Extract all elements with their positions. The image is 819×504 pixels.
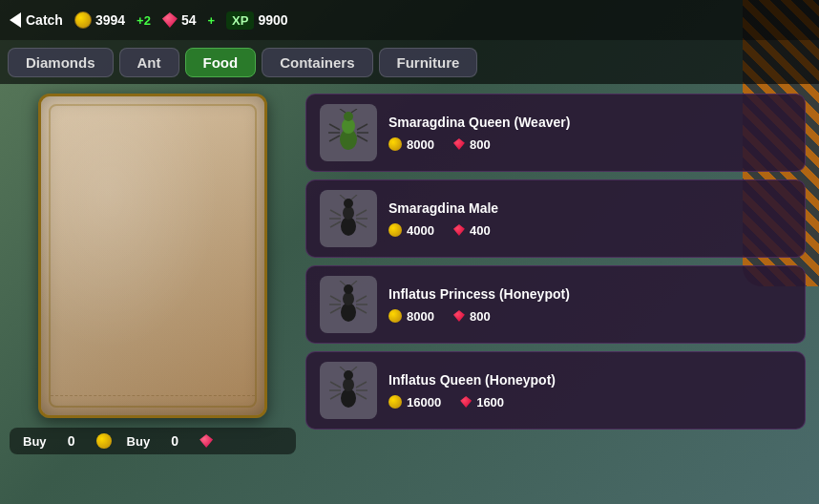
buy-label-1: Buy: [23, 434, 47, 449]
coins-display: 3994: [74, 11, 125, 29]
buy-value-1: 0: [62, 433, 81, 449]
svg-line-27: [330, 307, 341, 313]
svg-line-9: [340, 109, 346, 113]
shop-item-inflatus-princess[interactable]: Inflatus Princess (Honeypot) 8000 800: [305, 265, 806, 344]
xp-display: XP 9900: [226, 11, 288, 30]
svg-line-43: [351, 367, 357, 371]
card-texture: [41, 96, 264, 415]
coin-price-group-3: 8000: [388, 309, 434, 324]
coins-bonus: +2: [136, 13, 151, 28]
svg-line-19: [356, 221, 367, 227]
coin-price-group-4: 16000: [388, 395, 441, 410]
item-prices-3: 8000 800: [388, 309, 791, 324]
shop-item-smaragdina-queen[interactable]: Smaragdina Queen (Weaver) 8000 800: [305, 94, 806, 172]
coin-price-1: 8000: [407, 137, 434, 152]
item-prices-2: 4000 400: [388, 223, 791, 238]
left-panel: Buy 0 Buy 0: [10, 94, 296, 494]
main-content: Buy 0 Buy 0: [0, 84, 819, 504]
diamond-price-group-1: 800: [453, 137, 491, 152]
item-card-frame: [38, 94, 267, 418]
diamond-price-3: 800: [470, 309, 491, 324]
shop-item-smaragdina-male[interactable]: Smaragdina Male 4000 400: [305, 179, 806, 258]
svg-line-20: [340, 195, 346, 200]
ant-icon-3: [325, 281, 372, 328]
price-coin-icon-1: [388, 137, 402, 151]
svg-line-6: [357, 124, 368, 130]
tab-food[interactable]: Food: [185, 48, 257, 77]
svg-line-3: [329, 124, 340, 130]
svg-line-10: [351, 109, 357, 113]
item-name-1: Smaragdina Queen (Weaver): [388, 115, 791, 130]
price-diamond-icon-2: [453, 224, 465, 236]
svg-line-41: [356, 393, 367, 399]
item-name-4: Inflatus Queen (Honeypot): [388, 372, 791, 388]
price-coin-icon-2: [388, 223, 402, 237]
coin-price-2: 4000: [407, 223, 434, 238]
price-coin-icon-4: [388, 395, 402, 409]
svg-point-24: [344, 284, 353, 294]
svg-line-32: [351, 281, 357, 285]
svg-line-14: [330, 210, 341, 216]
tab-bar: Diamonds Ant Food Containers Furniture: [0, 40, 819, 84]
ant-icon-2: [325, 195, 372, 242]
back-label: Catch: [26, 12, 63, 28]
buy-label-2: Buy: [127, 434, 151, 449]
svg-line-5: [329, 136, 340, 141]
item-name-3: Inflatus Princess (Honeypot): [388, 286, 791, 302]
diamonds-value: 54: [181, 12, 197, 28]
item-info-3: Inflatus Princess (Honeypot) 8000 800: [388, 286, 791, 324]
svg-point-13: [344, 199, 353, 208]
svg-line-30: [356, 307, 367, 313]
top-bar: Catch 3994 +2 54 + XP 9900: [0, 0, 819, 40]
tab-ant[interactable]: Ant: [119, 48, 179, 77]
back-arrow-icon: [10, 12, 21, 28]
diamond-price-1: 800: [470, 137, 491, 152]
back-button[interactable]: Catch: [10, 12, 63, 28]
diamond-price-4: 1600: [476, 395, 504, 410]
item-thumbnail-4: [320, 362, 377, 419]
coin-price-4: 16000: [407, 395, 441, 410]
price-coin-icon-3: [388, 309, 402, 323]
svg-line-16: [330, 221, 341, 227]
buy-coin-icon: [96, 433, 112, 449]
svg-line-38: [330, 393, 341, 399]
buy-diamond-icon: [200, 434, 213, 448]
ant-icon-1: [325, 109, 372, 157]
coins-value: 3994: [95, 12, 125, 28]
svg-point-34: [343, 378, 354, 391]
shop-item-inflatus-queen[interactable]: Inflatus Queen (Honeypot) 16000 1600: [305, 351, 806, 430]
item-prices-1: 8000 800: [388, 137, 791, 152]
coin-price-group-2: 4000: [388, 223, 434, 238]
svg-line-17: [356, 210, 367, 216]
buy-value-2: 0: [165, 433, 184, 449]
item-name-2: Smaragdina Male: [388, 200, 791, 216]
price-diamond-icon-4: [460, 396, 472, 408]
diamonds-plus: +: [207, 13, 215, 28]
diamond-price-2: 400: [470, 223, 491, 238]
svg-line-21: [351, 195, 357, 200]
svg-point-35: [344, 370, 353, 380]
item-prices-4: 16000 1600: [388, 395, 791, 410]
svg-line-42: [340, 367, 346, 371]
svg-line-28: [356, 296, 367, 302]
price-diamond-icon-3: [453, 310, 465, 322]
coin-icon: [74, 11, 92, 29]
tab-containers[interactable]: Containers: [262, 48, 372, 77]
coin-price-3: 8000: [407, 309, 434, 324]
svg-line-8: [357, 136, 368, 141]
tab-diamonds[interactable]: Diamonds: [8, 48, 114, 77]
diamond-icon: [162, 12, 178, 28]
svg-point-23: [343, 292, 354, 305]
diamond-price-group-4: 1600: [460, 395, 504, 410]
item-thumbnail-1: [320, 104, 377, 161]
price-diamond-icon-1: [453, 138, 465, 150]
item-info-4: Inflatus Queen (Honeypot) 16000 1600: [388, 372, 791, 410]
svg-point-12: [343, 206, 354, 220]
svg-line-31: [340, 281, 346, 285]
item-info-2: Smaragdina Male 4000 400: [388, 200, 791, 238]
buy-row: Buy 0 Buy 0: [10, 428, 296, 454]
item-thumbnail-3: [320, 276, 377, 333]
svg-point-2: [344, 112, 353, 121]
tab-furniture[interactable]: Furniture: [379, 48, 478, 77]
diamonds-display: 54: [162, 12, 197, 28]
